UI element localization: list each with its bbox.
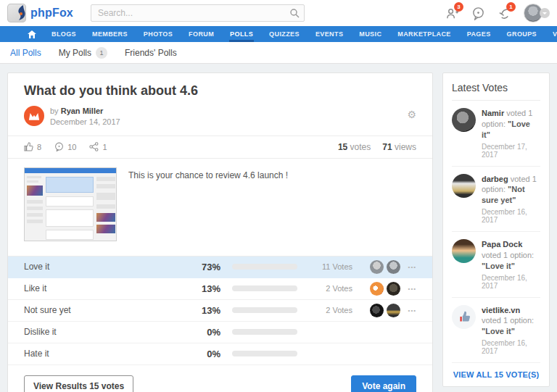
poll-option-row[interactable]: Hate it 0%: [8, 343, 432, 365]
nav-item-forum[interactable]: FORUM: [181, 26, 222, 42]
polls-subnav: All Polls My Polls 1 Friends' Polls: [0, 42, 557, 64]
nav-item-marketplace[interactable]: MARKETPLACE: [389, 26, 458, 42]
vote-entry-text: darbeg voted 1 option: "Not sure yet": [482, 174, 540, 207]
option-label: Hate it: [24, 349, 187, 359]
home-icon[interactable]: [20, 26, 44, 42]
voter-avatar[interactable]: [370, 260, 384, 274]
nav-item-members[interactable]: MEMBERS: [84, 26, 136, 42]
nav-item-music[interactable]: MUSIC: [351, 26, 389, 42]
voter-avatar[interactable]: [387, 282, 400, 296]
nav-item-blogs[interactable]: BLOGS: [44, 26, 84, 42]
vote-view-counters: 15 votes 71 views: [338, 142, 416, 152]
my-polls-count-badge: 1: [96, 47, 107, 59]
poll-footer: View Results 15 votes Vote again: [8, 365, 432, 392]
option-voter-avatars: [361, 260, 400, 274]
option-percent: 13%: [187, 283, 220, 294]
option-label: Love it: [24, 262, 187, 272]
voter-avatar[interactable]: [452, 108, 476, 132]
comment-count: 10: [67, 143, 76, 151]
search-icon[interactable]: [289, 8, 300, 18]
poll-attachment-thumbnail[interactable]: [24, 167, 117, 241]
messages-icon[interactable]: [470, 5, 486, 21]
share-count: 1: [102, 143, 107, 151]
vote-date: December 16, 2017: [482, 274, 540, 290]
poll-description: This is your chance to review 4.6 launch…: [117, 167, 288, 241]
more-options-icon[interactable]: •••: [400, 307, 416, 314]
voter-avatar[interactable]: [370, 304, 384, 317]
vote-entry-text: Papa Dock voted 1 option: "Love it": [482, 239, 540, 272]
logo-text: phpFox: [30, 7, 73, 20]
vote-again-button[interactable]: Vote again: [351, 375, 416, 392]
voter-avatar[interactable]: [387, 260, 400, 274]
friend-requests-icon[interactable]: 3: [444, 5, 460, 21]
author-name-link[interactable]: Ryan Miller: [61, 107, 104, 115]
share-stat[interactable]: 1: [89, 142, 107, 151]
option-progress-track: [232, 264, 297, 270]
nav-item-quizzes[interactable]: QUIZZES: [261, 26, 308, 42]
vote-date: December 17, 2017: [482, 143, 540, 159]
poll-option-row[interactable]: Like it 13% 2 Votes •••: [8, 278, 432, 300]
option-votes: 2 Votes: [308, 284, 352, 293]
option-percent: 73%: [187, 262, 220, 272]
latest-vote-entry: Namir voted 1 option: "Love it" December…: [452, 101, 540, 167]
like-stat[interactable]: 8: [24, 142, 41, 151]
more-options-icon[interactable]: •••: [400, 285, 416, 292]
header-actions: 3 1: [444, 4, 550, 22]
view-all-votes-link[interactable]: VIEW ALL 15 VOTE(S): [452, 363, 540, 379]
latest-votes-title: Latest Votes: [452, 82, 540, 101]
notifications-icon[interactable]: 1: [496, 5, 512, 21]
voter-avatar[interactable]: [370, 282, 384, 296]
comment-icon: [54, 142, 64, 151]
poll-option-row[interactable]: Dislike it 0%: [8, 322, 432, 343]
option-voter-avatars: [361, 304, 400, 317]
nav-item-videos[interactable]: VIDEOS: [545, 26, 557, 42]
gear-icon[interactable]: ⚙: [407, 109, 416, 120]
nav-item-events[interactable]: EVENTS: [308, 26, 351, 42]
thumbs-up-logo-icon: [456, 309, 472, 325]
voter-avatar[interactable]: [452, 174, 476, 198]
option-percent: 0%: [187, 327, 220, 338]
more-options-icon[interactable]: •••: [400, 264, 416, 270]
voter-avatar[interactable]: [387, 304, 400, 317]
subnav-all-polls[interactable]: All Polls: [10, 48, 41, 58]
nav-item-polls[interactable]: POLLS: [222, 26, 261, 42]
user-menu[interactable]: [524, 4, 550, 22]
nav-item-groups[interactable]: GROUPS: [499, 26, 545, 42]
voter-avatar[interactable]: [452, 239, 476, 263]
option-progress-track: [232, 351, 297, 356]
voter-name-link[interactable]: darbeg: [482, 175, 508, 183]
option-percent: 0%: [187, 349, 220, 359]
voted-option: "Love it": [482, 262, 515, 270]
poll-stats-row: 8 10 1 15 votes 71 views: [8, 136, 432, 158]
option-label: Not sure yet: [24, 305, 187, 315]
vote-entry-text: Namir voted 1 option: "Love it": [482, 108, 540, 141]
author-avatar[interactable]: [24, 106, 44, 126]
voted-option: "Love it": [482, 327, 515, 335]
main-nav: BLOGS MEMBERS PHOTOS FORUM POLLS QUIZZES…: [0, 26, 557, 42]
nav-item-photos[interactable]: PHOTOS: [136, 26, 181, 42]
subnav-friends-polls[interactable]: Friends' Polls: [125, 48, 177, 58]
vote-date: December 16, 2017: [482, 339, 540, 355]
poll-header: What do you think about 4.6 by Ryan Mill…: [8, 73, 432, 135]
voter-avatar[interactable]: [452, 305, 476, 329]
poll-option-row[interactable]: Not sure yet 13% 2 Votes •••: [8, 300, 432, 322]
chevron-down-icon: [540, 8, 550, 18]
subnav-my-polls-label: My Polls: [59, 48, 91, 58]
phpfox-logo[interactable]: phpFox: [7, 4, 83, 22]
voter-name-link[interactable]: Namir: [482, 109, 504, 117]
byline-prefix: by: [50, 107, 59, 115]
poll-option-row[interactable]: Love it 73% 11 Votes •••: [8, 257, 432, 278]
poll-title: What do you think about 4.6: [24, 83, 416, 99]
poll-attachment: This is your chance to review 4.6 launch…: [8, 159, 432, 246]
search-input[interactable]: [91, 4, 305, 22]
subnav-my-polls[interactable]: My Polls 1: [59, 47, 107, 59]
view-results-button[interactable]: View Results 15 votes: [24, 375, 133, 392]
voter-name-link[interactable]: vietlike.vn: [482, 306, 520, 314]
nav-item-pages[interactable]: PAGES: [459, 26, 499, 42]
friend-requests-badge: 3: [454, 2, 463, 12]
like-count: 8: [37, 143, 41, 151]
voter-name-link[interactable]: Papa Dock: [482, 240, 522, 249]
option-progress-track: [232, 285, 297, 291]
vote-entry-text: vietlike.vn voted 1 option: "Love it": [482, 305, 540, 338]
comment-stat[interactable]: 10: [54, 142, 76, 151]
